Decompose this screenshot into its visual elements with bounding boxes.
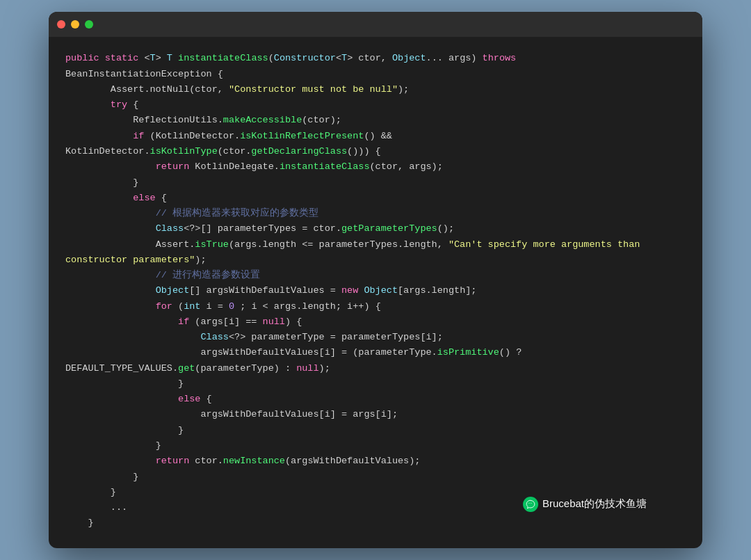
code-line-16: Object[] argsWithDefaultValues = new Obj… [65, 283, 686, 298]
code-line-22: } [65, 376, 686, 392]
code-line-23: else { [65, 392, 686, 407]
code-line-8: return KotlinDelegate.instantiateClass(c… [65, 159, 686, 175]
code-line-26: } [65, 438, 686, 454]
code-line-7: KotlinDetector.isKotlinType(ctor.getDecl… [65, 144, 686, 159]
code-line-11: // 根据构造器来获取对应的参数类型 [65, 206, 686, 221]
wechat-icon [523, 497, 538, 512]
code-line-9: } [65, 175, 686, 191]
code-window: public static <T> T instantiateClass(Con… [49, 12, 702, 547]
code-line-20: argsWithDefaultValues[i] = (parameterTyp… [65, 345, 686, 360]
code-line-21: DEFAULT_TYPE_VALUES.get(parameterType) :… [65, 361, 686, 376]
code-line-25: } [65, 423, 686, 438]
code-line-3: Assert.notNull(ctor, "Constructor must n… [65, 82, 686, 97]
code-line-27: return ctor.newInstance(argsWithDefaultV… [65, 454, 686, 469]
minimize-button[interactable] [71, 20, 79, 29]
code-line-19: Class<?> parameterType = parameterTypes[… [65, 330, 686, 345]
code-line-15: // 进行构造器参数设置 [65, 268, 686, 283]
watermark: Brucebat的伪技术鱼塘 [523, 497, 647, 512]
code-line-6: if (KotlinDetector.isKotlinReflectPresen… [65, 129, 686, 144]
code-line-4: try { [65, 97, 686, 113]
code-line-18: if (args[i] == null) { [65, 314, 686, 330]
code-line-14: constructor parameters"); [65, 253, 686, 268]
window-titlebar [49, 12, 702, 37]
code-line-13: Assert.isTrue(args.length <= parameterTy… [65, 237, 686, 253]
code-line-31: } [65, 515, 686, 531]
code-line-17: for (int i = 0 ; i < args.length; i++) { [65, 299, 686, 314]
code-line-10: else { [65, 191, 686, 206]
maximize-button[interactable] [85, 20, 93, 29]
code-line-2: BeanInstantiationException { [65, 67, 686, 82]
code-line-12: Class<?>[] parameterTypes = ctor.getPara… [65, 221, 686, 237]
code-line-24: argsWithDefaultValues[i] = args[i]; [65, 407, 686, 422]
watermark-text: Brucebat的伪技术鱼塘 [542, 497, 647, 511]
close-button[interactable] [57, 20, 65, 29]
code-line-5: ReflectionUtils.makeAccessible(ctor); [65, 113, 686, 128]
code-line-1: public static <T> T instantiateClass(Con… [65, 51, 686, 66]
code-line-28: } [65, 470, 686, 485]
code-editor: public static <T> T instantiateClass(Con… [49, 37, 702, 547]
